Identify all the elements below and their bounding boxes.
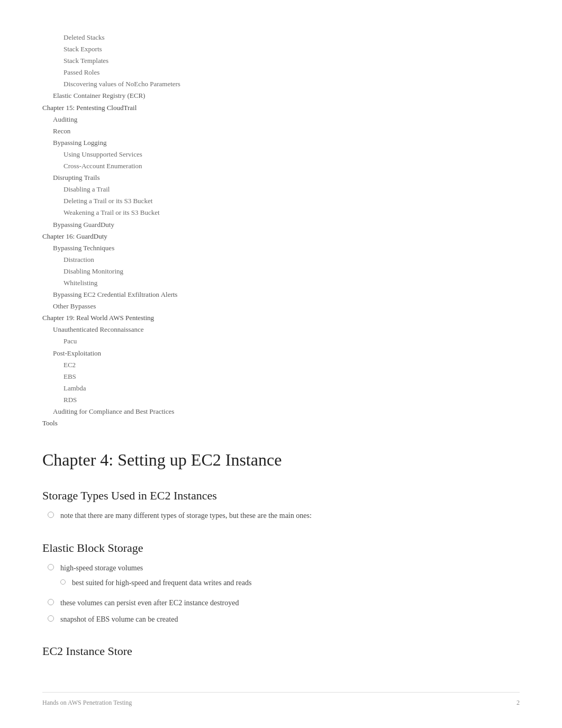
toc-item-disrupting-trails[interactable]: Disrupting Trails (42, 172, 520, 184)
list-item: snapshot of EBS volume can be created (48, 614, 520, 625)
toc-item-auditing[interactable]: Auditing (42, 114, 520, 125)
toc-item-other-bypasses[interactable]: Other Bypasses (42, 301, 520, 312)
list-item: note that there are many different types… (48, 510, 520, 522)
toc-item-auditing-compliance[interactable]: Auditing for Compliance and Best Practic… (42, 406, 520, 417)
toc-item-lambda[interactable]: Lambda (42, 383, 520, 394)
ebs-item-3: snapshot of EBS volume can be created (60, 614, 520, 625)
list-item: high-speed storage volumes best suited f… (48, 562, 520, 594)
table-of-contents: Deleted Stacks Stack Exports Stack Templ… (42, 32, 520, 429)
toc-item-deleting-trail[interactable]: Deleting a Trail or its S3 Bucket (42, 195, 520, 207)
elastic-block-heading: Elastic Block Storage (42, 541, 520, 555)
chapter-title: Chapter 4: Setting up EC2 Instance (42, 450, 520, 470)
ebs-item-2: these volumes can persist even after EC2… (60, 597, 520, 609)
toc-item-bypassing-logging[interactable]: Bypassing Logging (42, 137, 520, 149)
toc-item-bypassing-guardduty[interactable]: Bypassing GuardDuty (42, 219, 520, 231)
intro-text: note that there are many different types… (60, 510, 520, 522)
bullet-icon (48, 599, 54, 605)
storage-types-heading: Storage Types Used in EC2 Instances (42, 489, 520, 503)
toc-item-disabling-monitoring[interactable]: Disabling Monitoring (42, 266, 520, 277)
toc-item-rds[interactable]: RDS (42, 394, 520, 406)
toc-item-chapter16[interactable]: Chapter 16: GuardDuty (42, 231, 520, 242)
toc-item-deleted-stacks[interactable]: Deleted Stacks (42, 32, 520, 43)
footer-page-number: 2 (516, 699, 520, 707)
toc-item-stack-templates[interactable]: Stack Templates (42, 55, 520, 67)
bullet-icon (48, 564, 54, 570)
toc-item-ebs[interactable]: EBS (42, 371, 520, 383)
list-item: these volumes can persist even after EC2… (48, 597, 520, 609)
toc-item-chapter15[interactable]: Chapter 15: Pentesting CloudTrail (42, 102, 520, 114)
toc-item-weakening-trail[interactable]: Weakening a Trail or its S3 Bucket (42, 207, 520, 219)
toc-item-disabling-trail[interactable]: Disabling a Trail (42, 184, 520, 195)
toc-item-unauthenticated[interactable]: Unauthenticated Reconnaissance (42, 324, 520, 335)
toc-item-unsupported-services[interactable]: Using Unsupported Services (42, 149, 520, 160)
intro-list: note that there are many different types… (48, 510, 520, 522)
ec2-instance-store-heading: EC2 Instance Store (42, 644, 520, 658)
ebs-list: high-speed storage volumes best suited f… (48, 562, 520, 626)
list-item: best suited for high-speed and frequent … (60, 577, 520, 589)
toc-item-recon[interactable]: Recon (42, 125, 520, 137)
toc-item-bypassing-techniques[interactable]: Bypassing Techniques (42, 242, 520, 254)
toc-item-whitelisting[interactable]: Whitelisting (42, 277, 520, 289)
toc-item-passed-roles[interactable]: Passed Roles (42, 67, 520, 78)
toc-item-stack-exports[interactable]: Stack Exports (42, 43, 520, 55)
ebs-item-1: high-speed storage volumes (60, 564, 143, 572)
toc-item-ec2-cred[interactable]: Bypassing EC2 Credential Exfiltration Al… (42, 289, 520, 301)
footer-title: Hands on AWS Penetration Testing (42, 699, 132, 707)
toc-item-distraction[interactable]: Distraction (42, 254, 520, 266)
page-footer: Hands on AWS Penetration Testing 2 (42, 692, 520, 707)
toc-item-post-exploitation[interactable]: Post-Exploitation (42, 348, 520, 359)
toc-item-noecho[interactable]: Discovering values of NoEcho Parameters (42, 78, 520, 90)
toc-item-ec2[interactable]: EC2 (42, 359, 520, 371)
toc-item-ecr[interactable]: Elastic Container Registry (ECR) (42, 90, 520, 102)
toc-item-pacu[interactable]: Pacu (42, 335, 520, 347)
bullet-icon (60, 579, 66, 585)
bullet-icon (48, 512, 54, 518)
toc-item-tools[interactable]: Tools (42, 417, 520, 429)
toc-item-cross-account[interactable]: Cross-Account Enumeration (42, 160, 520, 172)
bullet-icon (48, 615, 54, 622)
ebs-subitem-1: best suited for high-speed and frequent … (72, 577, 520, 589)
toc-item-chapter19[interactable]: Chapter 19: Real World AWS Pentesting (42, 312, 520, 324)
